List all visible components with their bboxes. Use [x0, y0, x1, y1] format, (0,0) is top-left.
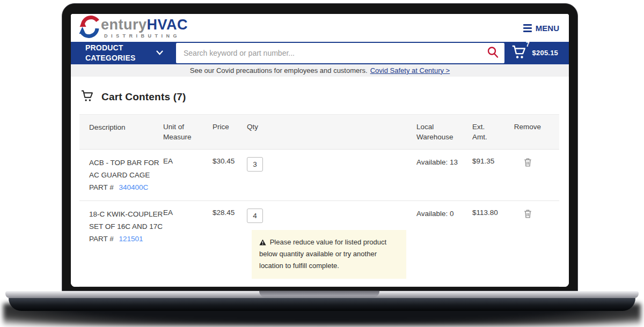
part-number-link[interactable]: 340400C	[119, 183, 149, 191]
logo-hvac-text: HVAC	[147, 18, 188, 32]
col-header-remove: Remove	[510, 122, 545, 143]
browser-screen: entury HVAC DISTRIBUTING MENU PRODUCT CA…	[71, 14, 569, 287]
menu-label: MENU	[536, 24, 559, 33]
warning-icon	[259, 238, 270, 246]
site-header: entury HVAC DISTRIBUTING MENU	[71, 14, 569, 42]
table-row: ACB - TOP BAR FOR AC GUARD CAGE PART # 3…	[79, 150, 559, 201]
cart-total: $205.15	[532, 49, 558, 57]
item-availability: Available: 0	[416, 209, 472, 280]
trash-icon	[523, 161, 532, 169]
hamburger-icon	[523, 24, 532, 32]
item-description: 18-C KWIK-COUPLER SET OF 16C AND 17C	[89, 210, 163, 231]
remove-item-button[interactable]	[523, 158, 532, 169]
item-uom: EA	[163, 157, 213, 194]
item-availability: Available: 13	[416, 157, 472, 194]
search-input[interactable]	[176, 43, 504, 63]
product-categories-label: PRODUCT CATEGORIES	[85, 43, 144, 63]
item-qty-cell: Please reduce value for listed product b…	[247, 209, 416, 280]
search-box	[176, 43, 504, 63]
col-header-ext-amt: Ext. Amt.	[472, 122, 510, 143]
cart-table-header: Description Unit of Measure Price Qty Lo…	[79, 114, 559, 150]
table-row: 18-C KWIK-COUPLER SET OF 16C AND 17C PAR…	[79, 201, 559, 287]
covid-safety-link[interactable]: Covid Safety at Century >	[370, 66, 450, 75]
cart-heading: Cart Contents (7)	[80, 90, 560, 105]
primary-nav: PRODUCT CATEGORIES	[71, 42, 569, 64]
part-label: PART #	[89, 183, 114, 191]
col-header-warehouse: Local Warehouse	[416, 122, 472, 143]
logo-text: entury HVAC DISTRIBUTING	[104, 18, 188, 39]
item-price: $28.45	[213, 209, 247, 280]
covid-banner-text: See our Covid precautions for employees …	[190, 66, 368, 75]
item-ext-amt: $91.35	[472, 157, 510, 194]
item-description-cell: 18-C KWIK-COUPLER SET OF 16C AND 17C PAR…	[79, 209, 163, 280]
cart-count-badge: 7	[526, 41, 530, 48]
logo-tagline: DISTRIBUTING	[104, 34, 188, 39]
item-description-cell: ACB - TOP BAR FOR AC GUARD CAGE PART # 3…	[79, 157, 163, 194]
qty-input[interactable]	[247, 209, 263, 223]
part-number-link[interactable]: 121501	[119, 235, 143, 243]
qty-input[interactable]	[247, 157, 263, 172]
item-remove-cell	[510, 209, 545, 280]
search-button[interactable]	[484, 45, 501, 61]
item-description: ACB - TOP BAR FOR AC GUARD CAGE	[89, 159, 159, 179]
chevron-down-icon	[156, 49, 163, 57]
cart-button[interactable]: 7 $205.15	[511, 44, 559, 61]
logo-century-text: entury	[101, 18, 147, 32]
cart-table: Description Unit of Measure Price Qty Lo…	[79, 114, 559, 287]
warning-text: Please reduce value for listed product b…	[259, 238, 386, 270]
covid-banner: See our Covid precautions for employees …	[71, 64, 569, 77]
part-label: PART #	[89, 235, 114, 243]
item-uom: EA	[163, 209, 213, 280]
page-title: Cart Contents (7)	[101, 91, 186, 103]
col-header-description: Description	[79, 122, 163, 143]
company-logo: entury HVAC DISTRIBUTING	[77, 14, 188, 42]
quantity-warning: Please reduce value for listed product b…	[252, 230, 406, 279]
remove-item-button[interactable]	[523, 209, 532, 220]
trash-icon	[523, 212, 532, 220]
laptop-base-body	[9, 298, 635, 311]
laptop-base-notch	[259, 291, 379, 298]
laptop-bezel: entury HVAC DISTRIBUTING MENU PRODUCT CA…	[62, 3, 578, 291]
search-icon	[486, 52, 499, 60]
logo-arrows-icon	[77, 14, 102, 42]
item-remove-cell	[510, 157, 545, 194]
col-header-uom: Unit of Measure	[163, 122, 213, 143]
product-categories-dropdown[interactable]: PRODUCT CATEGORIES	[85, 43, 163, 63]
laptop-mockup: entury HVAC DISTRIBUTING MENU PRODUCT CA…	[0, 0, 644, 327]
cart-contents-icon	[80, 90, 95, 105]
item-price: $30.45	[213, 157, 247, 194]
item-qty-cell	[247, 157, 416, 194]
item-ext-amt: $113.80	[472, 209, 510, 280]
col-header-qty: Qty	[247, 122, 416, 143]
col-header-price: Price	[213, 122, 247, 143]
menu-button[interactable]: MENU	[523, 24, 559, 33]
cart-icon: 7	[511, 44, 528, 61]
cart-page: Cart Contents (7) Description Unit of Me…	[71, 77, 569, 287]
